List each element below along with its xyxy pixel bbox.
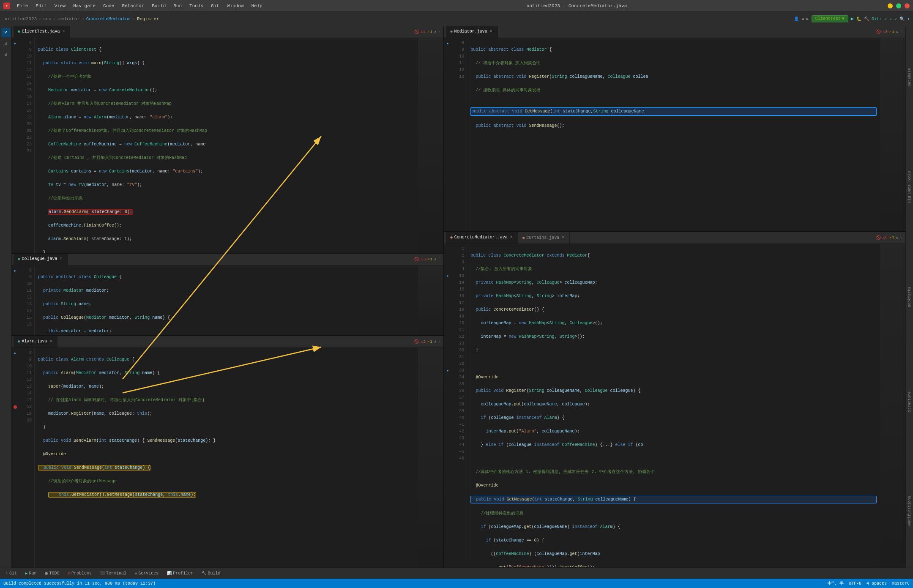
line-numbers-mediator: 8910111213 <box>451 38 467 231</box>
git-label: Git <box>9 571 17 576</box>
tab-close-concrete[interactable]: × <box>509 235 514 240</box>
tab-mediator[interactable]: ◉ Mediator.java × <box>446 26 498 38</box>
sidebar-project-icon[interactable]: P <box>1 28 11 37</box>
breadcrumb-method[interactable]: Register <box>137 16 159 22</box>
mediator-expand-icon[interactable]: ∧ <box>896 30 898 34</box>
alarm-gutter-12 <box>12 377 19 383</box>
concrete-error-badge: ⚠ 8 <box>883 235 888 240</box>
toolbar-forward-button[interactable]: ▶ <box>806 16 809 22</box>
client-test-tab-bar: ◉ ClientTest.java × 🚫 ⚠ 4 ✓ 1 ∧ ⋮ <box>12 26 443 38</box>
services-icon: ◈ <box>135 571 137 576</box>
mediator-editor[interactable]: ▶ 8910111213 public abstract class Media… <box>444 38 905 231</box>
menu-build[interactable]: Build <box>148 3 169 9</box>
tab-label-client: ClientTest.java <box>22 29 60 34</box>
mediator-options-icon[interactable]: ⋮ <box>900 30 904 34</box>
bottom-tab-git[interactable]: ⑂ Git <box>3 570 20 577</box>
tab-icon-client: ◉ <box>18 29 20 34</box>
services-label: Services <box>138 571 159 576</box>
minimap-client <box>418 38 443 253</box>
status-line-col[interactable]: 中°, 半 <box>828 580 844 586</box>
tab-concrete-mediator[interactable]: ◉ ConcreteMediator.java × <box>446 232 518 243</box>
tab-client-test[interactable]: ◉ ClientTest.java × <box>14 26 70 38</box>
status-git-branch[interactable]: masterC <box>892 580 910 586</box>
tab-close-curtains[interactable]: × <box>561 235 565 240</box>
sidebar-notifications-label[interactable]: Notifications <box>908 492 912 529</box>
mediator-tab-badges: 🚫 ⚠ 3 ✓ 1 ∧ ⋮ <box>876 30 904 34</box>
breadcrumb-project[interactable]: untitled2023 <box>3 16 37 22</box>
run-button[interactable]: ▶ <box>851 16 854 22</box>
concrete-options-icon[interactable]: ⋮ <box>900 235 904 240</box>
tab-close-colleague[interactable]: × <box>59 257 63 261</box>
alarm-gutter-10 <box>12 363 19 370</box>
sidebar-bookmark-icon[interactable]: B <box>1 50 11 59</box>
breadcrumb-mediator[interactable]: mediator <box>57 16 80 22</box>
client-expand-icon[interactable]: ∧ <box>434 30 436 34</box>
todo-icon <box>45 572 48 575</box>
minimize-button[interactable] <box>888 3 893 8</box>
colleague-editor[interactable]: ▶ 89101112 13141518 <box>12 265 443 335</box>
alarm-options-icon[interactable]: ⋮ <box>438 339 442 344</box>
bottom-tab-build[interactable]: 🔨 Build <box>198 570 224 577</box>
update-button[interactable]: ⬆ <box>907 16 910 22</box>
menu-tools[interactable]: Tools <box>186 3 207 9</box>
colleague-options-icon[interactable]: ⋮ <box>438 257 442 262</box>
build-label: Build <box>208 571 220 576</box>
alarm-gutter-8: ▶ <box>12 350 19 356</box>
svg-text:I: I <box>6 5 8 8</box>
sidebar-bigdata-label[interactable]: Big Data Tools <box>908 167 912 206</box>
status-encoding[interactable]: UTF-8 <box>849 580 861 586</box>
menu-navigate[interactable]: Navigate <box>70 3 99 9</box>
alarm-editor[interactable]: ▶ <box>12 348 443 567</box>
tab-close-mediator[interactable]: × <box>489 29 493 34</box>
alarm-expand-icon[interactable]: ∧ <box>434 339 436 344</box>
menu-edit[interactable]: Edit <box>32 3 50 9</box>
menu-code[interactable]: Code <box>100 3 118 9</box>
alarm-gutter-20 <box>12 417 19 424</box>
search-button[interactable]: 🔍 <box>899 16 905 22</box>
title-bar: I File Edit View Navigate Code Refactor … <box>0 0 913 12</box>
client-options-icon[interactable]: ⋮ <box>438 30 442 34</box>
client-test-editor[interactable]: ▶ <box>12 38 443 253</box>
tab-icon-alarm: ◉ <box>18 339 20 344</box>
build-button[interactable]: 🔨 <box>864 16 869 22</box>
sidebar-structure-icon[interactable]: S <box>1 39 11 48</box>
bottom-tab-run[interactable]: ▶ Run <box>22 570 40 577</box>
tab-close-client[interactable]: × <box>61 29 66 34</box>
sidebar-database-label[interactable]: Database <box>908 65 912 90</box>
tab-curtains[interactable]: ◉ Curtains.java × <box>518 232 570 243</box>
colleague-gutter-11 <box>12 287 19 294</box>
status-right: 中°, 半 UTF-8 4 spaces masterC <box>828 580 910 586</box>
sidebar-structure-label[interactable]: Structure <box>908 388 912 416</box>
breadcrumb-src[interactable]: src <box>43 16 52 22</box>
close-button[interactable] <box>905 3 910 8</box>
run-config-selector[interactable]: ClientTest ▼ <box>812 15 848 22</box>
menu-run[interactable]: Run <box>170 3 185 9</box>
bottom-tab-terminal[interactable]: ⬛ Terminal <box>97 570 130 577</box>
breadcrumb-class[interactable]: ConcreteMediator <box>86 16 131 22</box>
menu-refactor[interactable]: Refactor <box>118 3 148 9</box>
debug-button[interactable]: 🐛 <box>856 16 861 22</box>
sidebar-bookmarks-label[interactable]: Bookmarks <box>908 283 912 311</box>
colleague-expand-icon[interactable]: ∧ <box>434 257 436 262</box>
bottom-tab-services[interactable]: ◈ Services <box>131 570 162 577</box>
profiler-icon: 📊 <box>167 571 172 576</box>
maximize-button[interactable] <box>896 3 901 8</box>
alarm-tab-bar: ◉ Alarm.java × 🚫 ⚠ 2 ✓ 1 ∧ ⋮ <box>12 336 443 348</box>
client-no-icon: 🚫 <box>414 30 419 34</box>
bottom-tab-todo[interactable]: TODO <box>41 570 63 577</box>
menu-help[interactable]: Help <box>248 3 266 9</box>
menu-file[interactable]: File <box>14 3 31 9</box>
menu-window[interactable]: Window <box>224 3 247 9</box>
concrete-mediator-editor[interactable]: ▶ <box>444 244 905 567</box>
menu-view[interactable]: View <box>51 3 69 9</box>
alarm-no-icon: 🚫 <box>414 339 419 344</box>
concrete-expand-icon[interactable]: ∧ <box>896 235 898 240</box>
bottom-tab-profiler[interactable]: 📊 Profiler <box>164 570 197 577</box>
tab-close-alarm[interactable]: × <box>49 339 53 344</box>
bottom-tab-problems[interactable]: ⊘ Problems <box>64 570 95 577</box>
tab-alarm[interactable]: ◉ Alarm.java × <box>14 336 57 347</box>
tab-colleague[interactable]: ◉ Colleague.java × <box>14 254 68 265</box>
status-indentation[interactable]: 4 spaces <box>867 580 887 586</box>
menu-git[interactable]: Git <box>208 3 223 9</box>
toolbar-back-button[interactable]: ◀ <box>801 16 804 22</box>
